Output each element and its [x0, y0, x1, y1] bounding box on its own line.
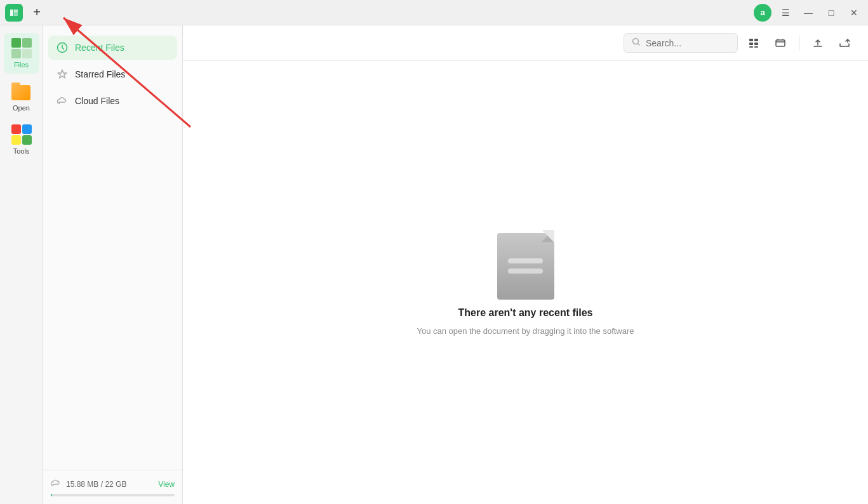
svg-rect-4 — [749, 43, 753, 45]
nav-recent-files[interactable]: Recent Files — [48, 36, 177, 60]
sidebar-item-files[interactable]: Files — [4, 33, 39, 74]
search-icon — [632, 37, 641, 48]
tools-label: Tools — [13, 147, 30, 155]
add-tab-button[interactable]: + — [28, 4, 46, 22]
upload-button[interactable] — [807, 32, 829, 54]
minimize-button[interactable]: — — [799, 4, 817, 22]
nav-sidebar: Recent Files Starred Files Cloud Files — [43, 25, 183, 504]
toolbar-divider — [799, 36, 799, 51]
files-icon — [11, 38, 32, 58]
svg-rect-3 — [754, 39, 758, 41]
icon-sidebar: Files Open Tools — [0, 25, 43, 504]
content-area: There aren't any recent files You can op… — [183, 25, 868, 504]
nav-sidebar-top: Recent Files Starred Files Cloud Files — [43, 25, 182, 470]
menu-button[interactable]: ☰ — [777, 4, 794, 22]
open-label: Open — [13, 104, 30, 112]
files-label: Files — [14, 61, 29, 69]
search-box[interactable] — [624, 33, 738, 53]
svg-rect-2 — [749, 39, 753, 41]
search-input[interactable] — [646, 38, 730, 48]
content-main: There aren't any recent files You can op… — [183, 61, 868, 504]
starred-files-label: Starred Files — [75, 69, 125, 79]
svg-rect-5 — [754, 43, 758, 45]
nav-cloud-files[interactable]: Cloud Files — [48, 89, 177, 113]
close-button[interactable]: ✕ — [845, 4, 863, 22]
star-icon — [56, 69, 69, 80]
file-manager-button[interactable] — [770, 32, 791, 54]
sidebar-item-tools[interactable]: Tools — [4, 119, 39, 160]
content-toolbar — [183, 25, 868, 61]
document-body — [497, 233, 554, 300]
svg-rect-7 — [754, 46, 758, 48]
nav-sidebar-bottom: 15.88 MB / 22 GB View — [43, 470, 182, 504]
doc-line-2 — [508, 269, 543, 274]
doc-line-1 — [508, 258, 543, 263]
empty-state-subtitle: You can open the document by dragging it… — [417, 326, 634, 336]
title-bar-right: a ☰ — □ ✕ — [754, 4, 863, 22]
share-button[interactable] — [834, 32, 855, 54]
tools-icon — [11, 124, 32, 145]
sidebar-item-open[interactable]: Open — [4, 76, 39, 117]
main-layout: Files Open Tools — [0, 25, 868, 504]
title-bar-left: + — [5, 4, 46, 22]
doc-corner — [542, 230, 554, 242]
storage-bar — [51, 494, 175, 496]
cloud-icon — [56, 95, 69, 107]
cloud-storage-icon — [51, 478, 61, 490]
app-logo — [5, 4, 23, 22]
recent-files-label: Recent Files — [75, 43, 124, 53]
storage-text: 15.88 MB / 22 GB — [66, 480, 153, 489]
empty-state-icon — [494, 230, 558, 300]
empty-state-title: There aren't any recent files — [458, 307, 593, 319]
maximize-button[interactable]: □ — [822, 4, 840, 22]
svg-rect-8 — [776, 40, 785, 46]
user-avatar[interactable]: a — [754, 4, 771, 22]
storage-fill — [51, 494, 52, 496]
storage-info: 15.88 MB / 22 GB View — [51, 478, 175, 490]
open-icon — [11, 81, 32, 102]
cloud-files-label: Cloud Files — [75, 96, 119, 106]
title-bar: + a ☰ — □ ✕ — [0, 0, 868, 25]
storage-view-button[interactable]: View — [158, 480, 175, 489]
grid-view-button[interactable] — [743, 32, 765, 54]
clock-icon — [56, 42, 69, 53]
storage-total: 22 GB — [105, 480, 126, 489]
storage-used: 15.88 MB — [66, 480, 98, 489]
nav-starred-files[interactable]: Starred Files — [48, 62, 177, 86]
svg-rect-6 — [749, 46, 753, 48]
